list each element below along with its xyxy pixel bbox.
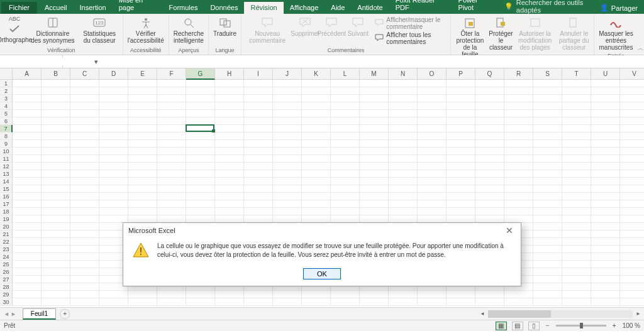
cell[interactable] [504,291,533,298]
cell[interactable] [273,291,302,298]
cell[interactable] [70,110,99,117]
cell[interactable] [562,140,591,148]
cell[interactable] [302,193,331,200]
cell[interactable] [591,268,620,276]
cell[interactable] [186,87,215,95]
cell[interactable] [13,268,42,276]
cell[interactable] [447,95,475,102]
cell[interactable] [244,102,273,110]
cell[interactable] [562,163,591,170]
tab-insert[interactable]: Insertion [73,2,112,14]
cell[interactable] [70,246,99,253]
cell[interactable] [215,110,244,117]
cell[interactable] [447,200,475,208]
cell[interactable] [331,291,360,298]
scroll-left-button[interactable]: ◄ [478,311,487,317]
cell[interactable] [273,208,302,215]
cell[interactable] [42,80,70,87]
cell[interactable] [70,87,99,95]
new-comment-button[interactable]: Nouveau commentaire [244,15,291,45]
cell[interactable] [13,223,42,230]
cell[interactable] [42,283,70,291]
cell[interactable] [244,291,273,298]
cell[interactable] [591,133,620,140]
cell[interactable] [42,95,70,102]
cell[interactable] [215,291,244,298]
cell[interactable] [13,200,42,208]
sheet-nav-prev[interactable]: ◄ [4,311,9,317]
cell[interactable] [99,200,128,208]
cell[interactable] [99,80,128,87]
cell[interactable] [475,110,504,117]
zoom-slider[interactable] [556,325,606,327]
cell[interactable] [186,170,215,178]
cell[interactable] [302,140,331,148]
cell[interactable] [13,208,42,215]
cell[interactable] [620,200,644,208]
cell[interactable] [620,87,644,95]
cell[interactable] [42,170,70,178]
column-header[interactable]: O [418,68,447,80]
column-header[interactable]: N [389,68,418,80]
cell[interactable] [389,102,418,110]
cell[interactable] [42,253,70,261]
cell[interactable] [591,163,620,170]
cell[interactable] [70,208,99,215]
cell[interactable] [620,291,644,298]
tab-home[interactable]: Accueil [38,2,73,14]
cell[interactable] [13,253,42,261]
column-header[interactable]: E [128,68,157,80]
cell[interactable] [273,117,302,125]
column-header[interactable]: D [99,68,128,80]
cell[interactable] [70,230,99,238]
cell[interactable] [128,80,157,87]
cell[interactable] [215,163,244,170]
cell[interactable] [215,200,244,208]
cell[interactable] [389,298,418,306]
cell[interactable] [244,110,273,117]
cell[interactable] [447,87,475,95]
cell[interactable] [360,80,389,87]
cell[interactable] [99,298,128,306]
cell[interactable] [620,163,644,170]
cell[interactable] [157,110,186,117]
cell[interactable] [533,125,562,133]
column-header[interactable]: S [533,68,562,80]
cell[interactable] [215,125,244,133]
cell[interactable] [562,268,591,276]
cell[interactable] [389,200,418,208]
cell[interactable] [186,178,215,185]
cell[interactable] [70,291,99,298]
cell[interactable] [42,117,70,125]
cell[interactable] [504,170,533,178]
cell[interactable] [186,80,215,87]
cell[interactable] [13,276,42,283]
cell[interactable] [273,95,302,102]
row-header[interactable]: 7 [0,125,13,133]
cell[interactable] [99,208,128,215]
cell[interactable] [562,215,591,223]
row-header[interactable]: 18 [0,208,13,215]
delete-comment-button[interactable]: Supprimer [293,15,317,38]
cell[interactable] [562,148,591,155]
cell[interactable] [244,178,273,185]
cell[interactable] [533,110,562,117]
column-headers[interactable]: ABCDEFGHIJKLMNOPQRSTUVW [13,68,644,80]
cell[interactable] [389,87,418,95]
cell[interactable] [13,238,42,246]
column-header[interactable]: I [244,68,273,80]
column-header[interactable]: J [273,68,302,80]
cell[interactable] [360,193,389,200]
cell[interactable] [99,170,128,178]
cell[interactable] [13,125,42,133]
cell[interactable] [157,125,186,133]
cell[interactable] [447,291,475,298]
cell[interactable] [157,155,186,163]
cell[interactable] [620,193,644,200]
cell[interactable] [620,125,644,133]
dialog-close-button[interactable]: ✕ [503,225,516,236]
cell[interactable] [157,298,186,306]
cell[interactable] [620,185,644,193]
cell[interactable] [42,230,70,238]
cell[interactable] [42,268,70,276]
